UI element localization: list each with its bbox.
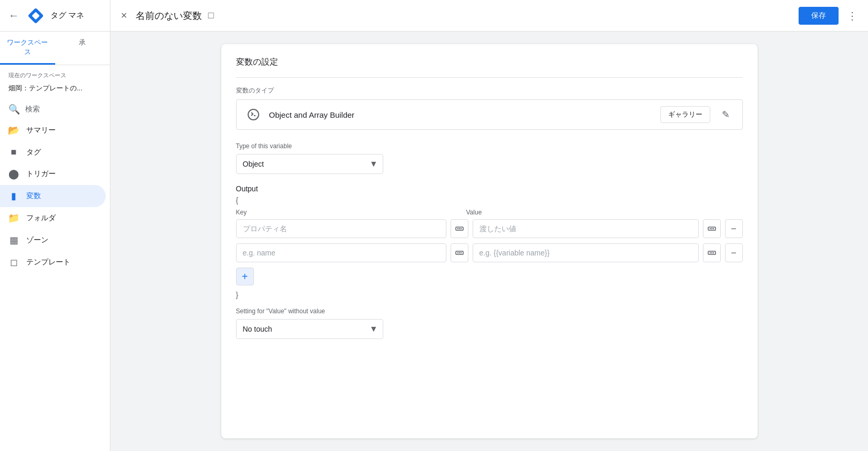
- gallery-button[interactable]: ギャラリー: [660, 106, 710, 123]
- main-content: 変数の設定 変数のタイプ Object and Array Builder ギャ…: [110, 32, 868, 451]
- nav-label-variables: 変数: [26, 191, 41, 201]
- no-touch-select-wrapper: No touch Set as undefined Set as null Se…: [236, 319, 383, 339]
- sidebar-nav: 📂 サマリー ■ タグ ⬤ トリガー ▮ 変数 📁 フォルダ ▦ ゾーン ◻ テ…: [0, 119, 110, 451]
- sidebar-item-zones[interactable]: ▦ ゾーン: [0, 229, 106, 251]
- svg-rect-10: [713, 228, 714, 229]
- sidebar-item-summary[interactable]: 📂 サマリー: [0, 119, 106, 141]
- key-col-header: Key: [236, 209, 462, 216]
- sidebar-item-triggers[interactable]: ⬤ トリガー: [0, 163, 106, 185]
- svg-rect-14: [461, 252, 462, 253]
- svg-rect-8: [710, 228, 711, 229]
- svg-rect-6: [461, 228, 462, 229]
- add-row-button[interactable]: +: [236, 268, 254, 285]
- close-brace: }: [236, 291, 743, 299]
- current-workspace-label: 現在のワークスペース: [0, 65, 110, 81]
- remove-row-btn-2[interactable]: −: [725, 243, 743, 262]
- value-input-1[interactable]: [473, 219, 699, 238]
- key-input-1[interactable]: [236, 219, 446, 238]
- divider: [236, 77, 743, 78]
- svg-rect-4: [457, 228, 458, 229]
- search-icon: 🔍: [8, 104, 20, 115]
- svg-rect-17: [711, 252, 712, 253]
- gtm-logo: [26, 6, 45, 25]
- value-input-2[interactable]: [473, 243, 699, 262]
- variable-type-row: Object and Array Builder ギャラリー ✎: [236, 99, 743, 130]
- plus-icon: +: [242, 271, 248, 283]
- kv-headers: Key Value: [236, 209, 743, 216]
- templates-icon: ◻: [8, 257, 19, 268]
- nav-label-summary: サマリー: [26, 126, 56, 135]
- svg-rect-9: [711, 228, 712, 229]
- search-label: 検索: [25, 105, 40, 114]
- kv-row-1: −: [236, 219, 743, 238]
- sidebar-item-folders[interactable]: 📁 フォルダ: [0, 207, 106, 229]
- back-button[interactable]: ←: [6, 7, 21, 24]
- tab-approval[interactable]: 承: [55, 32, 110, 65]
- remove-row-btn-1[interactable]: −: [725, 219, 743, 238]
- tag-icon: ■: [8, 147, 19, 158]
- page-title: 名前のない変数: [136, 9, 202, 22]
- open-brace: {: [236, 196, 743, 204]
- sidebar-app-title: タグ マネ: [50, 11, 84, 20]
- search-area[interactable]: 🔍 検索: [0, 99, 110, 119]
- sidebar-item-templates[interactable]: ◻ テンプレート: [0, 251, 106, 273]
- value-variable-btn-1[interactable]: [703, 219, 721, 238]
- sidebar-item-tags[interactable]: ■ タグ: [0, 141, 106, 163]
- close-button[interactable]: ×: [119, 7, 129, 24]
- zones-icon: ▦: [8, 234, 19, 246]
- nav-label-tags: タグ: [26, 148, 41, 157]
- workspace-name: 畑岡：テンプレートの...: [0, 81, 110, 99]
- nav-label-triggers: トリガー: [26, 169, 56, 179]
- sidebar-header: ← タグ マネ: [0, 0, 110, 32]
- nav-label-zones: ゾーン: [26, 235, 48, 245]
- key-variable-btn-1[interactable]: [451, 219, 468, 238]
- no-touch-select[interactable]: No touch Set as undefined Set as null Se…: [236, 319, 383, 339]
- sidebar-tabs: ワークスペース 承: [0, 32, 110, 65]
- svg-rect-5: [459, 228, 460, 229]
- variables-icon: ▮: [8, 190, 19, 202]
- save-button[interactable]: 保存: [799, 7, 839, 25]
- tab-workspace[interactable]: ワークスペース: [0, 32, 55, 65]
- main-area: × 名前のない変数 □ 保存 ⋮ 変数の設定 変数のタイプ Object and…: [110, 0, 868, 451]
- nav-label-folders: フォルダ: [26, 213, 56, 223]
- sidebar-item-variables[interactable]: ▮ 変数: [0, 185, 106, 207]
- more-options-button[interactable]: ⋮: [845, 7, 860, 24]
- trigger-icon: ⬤: [8, 168, 19, 180]
- folder-button[interactable]: □: [208, 10, 214, 21]
- nav-label-templates: テンプレート: [26, 258, 70, 267]
- svg-rect-13: [459, 252, 460, 253]
- type-select[interactable]: Object Array: [236, 154, 383, 174]
- value-col-header: Value: [466, 209, 743, 216]
- setting-for-value-label: Setting for "Value" without value: [236, 308, 743, 315]
- svg-rect-12: [457, 252, 458, 253]
- card-section-title: 変数の設定: [236, 57, 743, 68]
- svg-rect-18: [713, 252, 714, 253]
- variable-type-icon: [245, 106, 262, 123]
- type-of-variable-label: Type of this variable: [236, 142, 743, 150]
- kv-row-2: −: [236, 243, 743, 262]
- type-select-wrapper: Object Array ▼: [236, 154, 383, 174]
- edit-variable-type-button[interactable]: ✎: [718, 107, 734, 122]
- output-label: Output: [236, 184, 743, 193]
- variable-type-label: 変数のタイプ: [236, 86, 743, 95]
- svg-point-2: [248, 109, 259, 120]
- sidebar: ← タグ マネ ワークスペース 承 現在のワークスペース 畑岡：テンプレートの.…: [0, 0, 110, 451]
- svg-rect-16: [710, 252, 711, 253]
- briefcase-icon: 📂: [8, 125, 19, 136]
- topbar: × 名前のない変数 □ 保存 ⋮: [110, 0, 868, 32]
- key-variable-btn-2[interactable]: [451, 243, 468, 262]
- variable-config-card: 変数の設定 変数のタイプ Object and Array Builder ギャ…: [221, 44, 758, 438]
- key-input-2[interactable]: [236, 243, 446, 262]
- value-variable-btn-2[interactable]: [703, 243, 721, 262]
- folder-icon: 📁: [8, 212, 19, 224]
- variable-type-name: Object and Array Builder: [269, 110, 653, 119]
